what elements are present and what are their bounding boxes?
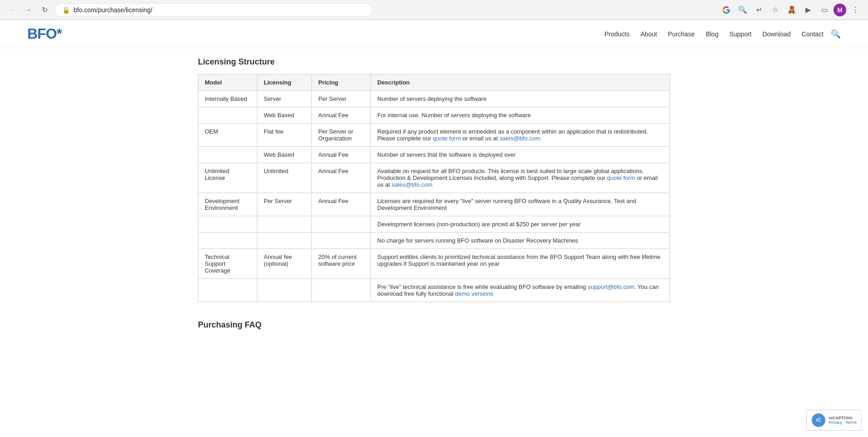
table-row: Development Environment Per Server Annua… (198, 193, 670, 216)
table-row: Development licenses (non-production) ar… (198, 216, 670, 233)
demo-versions-link[interactable]: demo versions (455, 290, 493, 297)
table-row: No charge for servers running BFO softwa… (198, 233, 670, 249)
share-icon[interactable]: ↵ (752, 3, 766, 17)
google-icon[interactable] (719, 3, 734, 17)
faq-title: Purchasing FAQ (198, 320, 670, 330)
cell-licensing: Unlimited (257, 163, 312, 193)
cell-description: Development licenses (non-production) ar… (371, 216, 670, 233)
cell-model (198, 233, 257, 249)
lock-icon: 🔒 (62, 6, 70, 14)
cell-pricing: Per Server (312, 91, 371, 107)
cell-description: No charge for servers running BFO softwa… (371, 233, 670, 249)
recaptcha-label: reCAPTCHA Privacy - Terms (829, 416, 857, 425)
cell-pricing (312, 279, 371, 302)
nav-support[interactable]: Support (729, 30, 751, 38)
cell-pricing (312, 233, 371, 249)
cell-pricing: Annual Fee (312, 107, 371, 124)
header-description: Description (371, 74, 670, 91)
table-row: Internally Based Server Per Server Numbe… (198, 91, 670, 107)
header-model: Model (198, 74, 257, 91)
address-bar[interactable]: 🔒 bfo.com/purchase/licensing/ (54, 3, 372, 17)
cell-licensing: Web Based (257, 147, 312, 163)
recaptcha-terms-link[interactable]: Terms (846, 420, 857, 425)
licensing-table: Model Licensing Pricing Description Inte… (198, 74, 670, 302)
nav-about[interactable]: About (641, 30, 657, 38)
cell-pricing: 20% of current software price (312, 249, 371, 279)
user-avatar[interactable]: M (833, 4, 846, 16)
cell-licensing: Annual fee (optional) (257, 249, 312, 279)
browser-actions: 🔍 ↵ ☆ 🧸 ▶ ▭ M ⋮ (719, 3, 863, 17)
cell-licensing (257, 216, 312, 233)
cell-licensing: Server (257, 91, 312, 107)
table-row: OEM Flat fee Per Server or Organization … (198, 124, 670, 147)
nav-products[interactable]: Products (604, 30, 629, 38)
url-text: bfo.com/purchase/licensing/ (74, 6, 153, 14)
header-licensing: Licensing (257, 74, 312, 91)
cell-licensing (257, 279, 312, 302)
header-pricing: Pricing (312, 74, 371, 91)
cell-pricing: Per Server or Organization (312, 124, 371, 147)
nav-blog[interactable]: Blog (705, 30, 718, 38)
extension-icon[interactable]: 🧸 (784, 3, 799, 17)
support-email-link[interactable]: support@bfo.com (588, 283, 635, 290)
media-icon[interactable]: ▶ (801, 3, 815, 17)
cell-description: Support entitles clients to prioritized … (371, 249, 670, 279)
cell-licensing: Flat fee (257, 124, 312, 147)
cell-model (198, 216, 257, 233)
cell-description: Number of servers that the software is d… (371, 147, 670, 163)
table-header-row: Model Licensing Pricing Description (198, 74, 670, 91)
reload-button[interactable]: ↻ (38, 4, 51, 16)
cell-model: Internally Based (198, 91, 257, 107)
back-button[interactable]: ← (5, 4, 18, 16)
cell-pricing: Annual Fee (312, 147, 371, 163)
search-icon[interactable]: 🔍 (831, 29, 841, 39)
quote-form-link[interactable]: quote form (433, 135, 461, 142)
recaptcha-icon: rC (811, 413, 826, 427)
sales-email-link[interactable]: sales@bfo.com (500, 135, 541, 142)
recaptcha-privacy-link[interactable]: Privacy (829, 420, 842, 425)
table-row: Web Based Annual Fee Number of servers t… (198, 147, 670, 163)
recaptcha-badge: rC reCAPTCHA Privacy - Terms (806, 410, 862, 431)
search-icon[interactable]: 🔍 (735, 3, 750, 17)
table-row: Web Based Annual Fee For internal use. N… (198, 107, 670, 124)
main-content: Licensing Structure Model Licensing Pric… (162, 48, 706, 348)
menu-icon[interactable]: ⋮ (848, 3, 863, 17)
cell-model (198, 107, 257, 124)
table-row: Pre "live" technical assistance is free … (198, 279, 670, 302)
site-logo[interactable]: BFO* (27, 25, 62, 42)
cell-pricing: Annual Fee (312, 163, 371, 193)
cell-description: Pre "live" technical assistance is free … (371, 279, 670, 302)
nav-links: Products About Purchase Blog Support Dow… (604, 30, 824, 38)
browser-chrome: ← → ↻ 🔒 bfo.com/purchase/licensing/ 🔍 ↵ … (0, 0, 868, 20)
cell-description: For internal use. Number of servers depl… (371, 107, 670, 124)
cell-pricing: Annual Fee (312, 193, 371, 216)
cell-licensing (257, 233, 312, 249)
cell-pricing (312, 216, 371, 233)
table-row: Technical Support Coverage Annual fee (o… (198, 249, 670, 279)
page-scroll-area[interactable]: BFO* Products About Purchase Blog Suppor… (0, 20, 868, 437)
cell-licensing: Web Based (257, 107, 312, 124)
cell-description: Licenses are required for every "live" s… (371, 193, 670, 216)
cell-description: Number of servers deploying the software (371, 91, 670, 107)
nav-purchase[interactable]: Purchase (668, 30, 695, 38)
forward-button[interactable]: → (22, 4, 35, 16)
sales-email-link-2[interactable]: sales@bfo.com (392, 181, 433, 188)
cell-model: Technical Support Coverage (198, 249, 257, 279)
split-icon[interactable]: ▭ (817, 3, 832, 17)
cell-model: Unlimited License (198, 163, 257, 193)
cell-model (198, 147, 257, 163)
nav-download[interactable]: Download (762, 30, 790, 38)
nav-contact[interactable]: Contact (802, 30, 824, 38)
licensing-title: Licensing Structure (198, 57, 670, 67)
quote-form-link-2[interactable]: quote form (607, 174, 635, 181)
cell-licensing: Per Server (257, 193, 312, 216)
cell-description: Available on request for all BFO product… (371, 163, 670, 193)
table-row: Unlimited License Unlimited Annual Fee A… (198, 163, 670, 193)
cell-model: Development Environment (198, 193, 257, 216)
cell-model (198, 279, 257, 302)
cell-description: Required if any product element is embed… (371, 124, 670, 147)
cell-model: OEM (198, 124, 257, 147)
svg-text:rC: rC (816, 417, 821, 422)
navbar: BFO* Products About Purchase Blog Suppor… (0, 20, 868, 48)
bookmark-icon[interactable]: ☆ (768, 3, 783, 17)
